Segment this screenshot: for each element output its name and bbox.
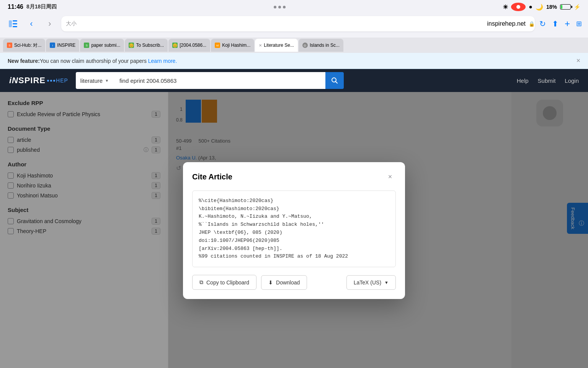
tab-hashimoto[interactable]: id Koji Hashim... [211,39,254,52]
copy-label: Copy to Clipboard [206,279,249,286]
tab-inspire[interactable]: i INSPIRE [46,39,79,52]
share-button[interactable]: ⬆ [552,19,559,28]
address-bar[interactable]: 大小 inspirehep.net 🔒 [61,16,535,31]
svg-line-5 [335,82,337,84]
status-bar: 11:46 8月18日周四 ☀ ● 🌙 18% ⚡ [0,0,588,14]
record-button[interactable] [511,3,526,11]
date: 8月18日周四 [26,3,57,10]
tab-grid-button[interactable]: ⊞ [576,20,582,28]
login-link[interactable]: Login [565,77,579,84]
brightness-icon: ☀ [503,3,508,11]
modal-overlay[interactable]: Cite Article × %\cite{Hashimoto:2020cas}… [0,92,588,368]
modal-close-button[interactable]: × [384,171,396,183]
banner-link[interactable]: Learn more. [148,58,177,64]
tab-literature-search[interactable]: ✕ Literature Se... [255,39,298,52]
tabs-bar: S Sci-Hub: 对... i INSPIRE S paper submi.… [0,38,588,53]
inspire-links: Help Submit Login [517,77,579,84]
download-label: Download [276,279,300,286]
battery-percent: 18% [546,4,557,10]
download-button[interactable]: ⬇ Download [261,275,307,290]
search-button[interactable] [325,72,344,89]
submit-link[interactable]: Submit [538,77,556,84]
inspire-navbar: iNSPIRE HEP literature ▼ Help Submit Log… [0,69,588,92]
chevron-down-icon: ▼ [384,280,389,285]
banner-prefix: New feature: [8,58,40,64]
chevron-down-icon: ▼ [105,79,109,83]
status-dots [274,6,286,8]
sidebar-toggle-button[interactable] [6,17,20,31]
moon-icon: 🌙 [536,3,543,11]
inspire-logo: iNSPIRE HEP [9,76,68,85]
banner-close-button[interactable]: × [576,57,580,65]
reload-button[interactable]: ↻ [539,19,546,28]
time: 11:46 [8,3,23,10]
status-icons: ☀ ● 🌙 18% ⚡ [503,3,580,11]
font-size-label: 大小 [66,20,77,27]
tab-papersub[interactable]: S paper submi... [80,39,124,52]
tab-arxiv[interactable]: 😊 [2004.0586... [168,39,210,52]
modal-title: Cite Article [192,172,232,181]
search-type-label: literature [80,77,103,84]
modal-actions: ⧉ Copy to Clipboard ⬇ Download LaTeX (US… [192,275,396,290]
search-type-dropdown[interactable]: literature ▼ [76,72,113,89]
modal-header: Cite Article × [192,171,396,183]
svg-rect-2 [13,23,17,25]
svg-rect-0 [9,20,12,27]
svg-rect-3 [13,26,17,27]
logo-hep-text: HEP [56,77,68,84]
svg-rect-1 [13,20,17,21]
feature-banner: New feature:You can now claim authorship… [0,53,588,69]
copy-icon: ⧉ [199,279,203,286]
cite-article-modal: Cite Article × %\cite{Hashimoto:2020cas}… [183,162,405,299]
wifi-icon: ● [529,3,532,10]
tab-close-icon[interactable]: ✕ [259,43,262,48]
browser-chrome: ‹ › 大小 inspirehep.net 🔒 ↻ ⬆ + ⊞ [0,14,588,38]
back-button[interactable]: ‹ [24,17,38,31]
format-label: LaTeX (US) [354,279,381,286]
banner-body: You can now claim authorship of your pap… [40,58,148,64]
citation-text-box: %\cite{Hashimoto:2020cas} \bibitem{Hashi… [192,191,396,267]
tab-scihub[interactable]: S Sci-Hub: 对... [3,39,45,52]
download-icon: ⬇ [268,279,273,286]
format-selector-button[interactable]: LaTeX (US) ▼ [346,275,396,290]
new-tab-button[interactable]: + [565,18,570,29]
tab-islands[interactable]: ◎ Islands in Sc... [299,39,343,52]
tab-subscribe[interactable]: 😊 To Subscrib... [125,39,168,52]
search-container: literature ▼ [76,72,344,89]
battery-icon [560,4,571,10]
forward-button[interactable]: › [43,17,57,31]
lightning-icon: ⚡ [574,4,580,10]
help-link[interactable]: Help [517,77,529,84]
copy-to-clipboard-button[interactable]: ⧉ Copy to Clipboard [192,275,256,290]
url-text: inspirehep.net [487,20,526,27]
banner-text: New feature:You can now claim authorship… [8,58,177,64]
search-input[interactable] [113,72,325,89]
lock-icon: 🔒 [529,21,535,27]
